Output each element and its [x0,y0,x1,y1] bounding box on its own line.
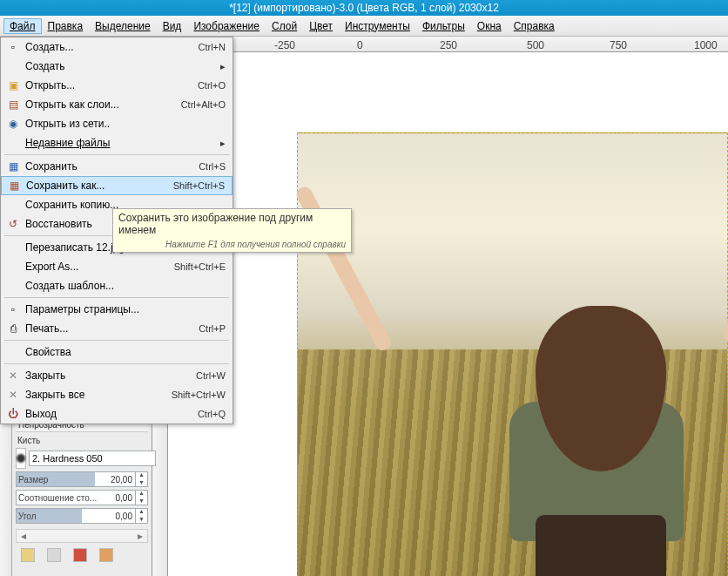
brush-name-input[interactable] [29,451,156,466]
menu-image[interactable]: Изображение [187,18,266,34]
menu-item-open[interactable]: ▣Открыть...Ctrl+O [1,76,233,95]
angle-stepper[interactable]: ▲▼ [135,508,147,524]
panel-icon-3[interactable] [73,548,87,562]
restore-icon: ↺ [4,218,22,230]
window-titlebar: *[12] (импортировано)-3.0 (Цвета RGB, 1 … [0,0,728,16]
panel-icon-2[interactable] [47,548,61,562]
menu-separator [4,340,229,341]
canvas-area[interactable] [168,52,728,576]
save-as-icon: ▦ [5,180,23,192]
menu-item-create-sub[interactable]: Создать▸ [1,57,233,76]
panel-icon-1[interactable] [21,548,35,562]
menu-view[interactable]: Вид [157,18,188,34]
menu-separator [4,363,229,364]
menubar: Файл Правка Выделение Вид Изображение Сл… [0,16,728,37]
page-icon: ▫ [4,303,22,315]
size-slider[interactable]: Размер20,00 ▲▼ [16,471,148,487]
panel-icon-4[interactable] [99,548,113,562]
image-canvas[interactable] [297,132,728,576]
size-stepper[interactable]: ▲▼ [135,471,147,487]
close-all-icon: ✕ [4,389,22,401]
panel-ruler [0,416,12,576]
ruler-horizontal: -500 -250 0 250 500 750 1000 1250 [152,37,728,52]
menu-item-recent[interactable]: Недавние файлы▸ [1,133,233,152]
tooltip-text: Сохранить это изображение под другим име… [118,212,346,236]
menu-select[interactable]: Выделение [89,18,157,34]
menu-filters[interactable]: Фильтры [416,18,471,34]
tool-options-panel: Непрозрачность Кисть Размер20,00 ▲▼ Соот… [0,415,152,576]
brush-preview-icon[interactable] [16,448,26,469]
print-icon: ⎙ [4,322,22,335]
angle-slider[interactable]: Угол0,00 ▲▼ [16,508,148,524]
panel-scrollbar[interactable]: ◂▸ [16,529,148,543]
close-icon: ✕ [4,369,22,382]
menu-help[interactable]: Справка [508,18,561,34]
layers-icon: ▤ [4,98,22,111]
tooltip-help-text: Нажмите F1 для получения полной справки [118,240,346,249]
globe-icon: ◉ [4,118,22,130]
menu-tools[interactable]: Инструменты [339,18,416,34]
menu-color[interactable]: Цвет [303,18,339,34]
panel-bottom-icons [16,548,148,562]
ratio-slider[interactable]: Соотношение сто...0,00 ▲▼ [16,490,148,505]
menu-edit[interactable]: Правка [42,18,90,34]
ratio-stepper[interactable]: ▲▼ [135,490,147,505]
submenu-arrow-icon: ▸ [220,61,226,72]
menu-item-close[interactable]: ✕ЗакрытьCtrl+W [1,366,233,385]
menu-file[interactable]: Файл [3,18,42,34]
save-icon: ▦ [4,160,22,173]
image-subject [483,271,710,576]
menu-windows[interactable]: Окна [471,18,508,34]
menu-separator [4,297,229,298]
brush-label: Кисть [16,436,148,445]
menu-item-close-all[interactable]: ✕Закрыть всеShift+Ctrl+W [1,385,233,404]
menu-separator [4,154,229,155]
menu-item-open-as-layers[interactable]: ▤Открыть как слои...Ctrl+Alt+O [1,95,233,114]
menu-item-save-as[interactable]: ▦Сохранить как...Shift+Ctrl+S [1,176,233,195]
menu-item-export-as[interactable]: Export As...Shift+Ctrl+E [1,257,233,276]
menu-layer[interactable]: Слой [266,18,303,34]
menu-item-open-from-net[interactable]: ◉Открыть из сети.. [1,114,233,133]
menu-item-save[interactable]: ▦СохранитьCtrl+S [1,157,233,176]
menu-item-page-setup[interactable]: ▫Параметры страницы... [1,300,233,319]
menu-item-create[interactable]: ▫Создать...Ctrl+N [1,37,233,57]
menu-item-exit[interactable]: ⏻ВыходCtrl+Q [1,404,233,424]
submenu-arrow-icon: ▸ [220,138,226,149]
exit-icon: ⏻ [4,408,22,420]
menu-item-properties[interactable]: Свойства [1,342,233,362]
tooltip-save-as: Сохранить это изображение под другим име… [112,208,352,253]
new-file-icon: ▫ [4,41,22,53]
menu-item-create-template[interactable]: Создать шаблон... [1,276,233,295]
open-folder-icon: ▣ [4,79,22,91]
menu-item-print[interactable]: ⎙Печать...Ctrl+P [1,319,233,338]
